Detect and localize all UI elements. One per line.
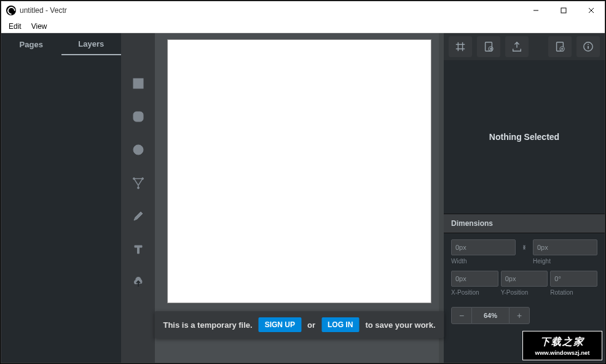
width-label: Width xyxy=(451,258,516,265)
svg-point-9 xyxy=(137,187,139,189)
pencil-tool[interactable] xyxy=(131,209,146,223)
minimize-button[interactable] xyxy=(522,1,549,20)
left-panel: Pages Layers xyxy=(1,33,121,363)
canvas[interactable] xyxy=(167,39,431,303)
menu-view[interactable]: View xyxy=(26,21,52,32)
watermark-title: 下载之家 xyxy=(540,336,584,349)
watermark: 下载之家 www.windowszj.net xyxy=(522,331,602,360)
height-input[interactable] xyxy=(533,239,597,255)
text-tool[interactable] xyxy=(131,242,146,257)
titlebar: untitled - Vectr xyxy=(1,1,605,20)
svg-rect-4 xyxy=(133,79,143,88)
app-icon xyxy=(6,6,16,15)
svg-rect-1 xyxy=(561,8,566,13)
export-icon[interactable] xyxy=(505,36,529,57)
zoom-in-button[interactable]: + xyxy=(509,307,530,324)
watermark-url: www.windowszj.net xyxy=(535,349,590,356)
notice-or-text: or xyxy=(307,320,315,330)
pen-tool[interactable] xyxy=(131,176,146,190)
notice-pre-text: This is a temporary file. xyxy=(163,320,252,330)
right-panel: Nothing Selected Dimensions Width Height… xyxy=(444,33,605,363)
upload-tool[interactable] xyxy=(131,275,146,290)
rotation-label: Rotation xyxy=(550,289,597,296)
svg-point-6 xyxy=(133,145,143,155)
menu-edit[interactable]: Edit xyxy=(4,21,26,32)
new-page-icon[interactable] xyxy=(548,36,572,57)
svg-rect-5 xyxy=(133,112,143,122)
grid-icon[interactable] xyxy=(449,36,472,57)
zoom-out-button[interactable]: − xyxy=(451,307,472,324)
info-icon[interactable] xyxy=(576,36,600,57)
selection-status: Nothing Selected xyxy=(444,60,605,214)
svg-point-7 xyxy=(133,178,135,180)
y-position-label: Y-Position xyxy=(501,289,548,296)
x-position-label: X-Position xyxy=(451,289,498,296)
menubar: Edit View xyxy=(1,20,605,33)
tab-pages[interactable]: Pages xyxy=(1,33,61,55)
x-position-input[interactable] xyxy=(451,271,498,287)
ellipse-tool[interactable] xyxy=(131,142,146,157)
rounded-rectangle-tool[interactable] xyxy=(131,109,146,124)
page-settings-icon[interactable] xyxy=(477,36,500,57)
link-dimensions-icon[interactable] xyxy=(518,239,530,255)
height-label: Height xyxy=(533,258,597,265)
temp-file-notice: This is a temporary file. SIGN UP or LOG… xyxy=(154,311,444,338)
dimensions-header: Dimensions xyxy=(444,214,605,233)
notice-post-text: to save your work. xyxy=(365,320,435,330)
login-button[interactable]: LOG IN xyxy=(321,317,359,332)
shape-toolbar xyxy=(121,33,155,363)
svg-point-8 xyxy=(141,178,143,180)
maximize-button[interactable] xyxy=(549,1,577,20)
close-button[interactable] xyxy=(577,1,605,20)
signup-button[interactable]: SIGN UP xyxy=(259,317,301,332)
svg-point-20 xyxy=(588,44,589,45)
tab-layers[interactable]: Layers xyxy=(61,33,122,55)
zoom-value: 64% xyxy=(472,307,509,324)
canvas-area: This is a temporary file. SIGN UP or LOG… xyxy=(155,33,444,363)
window-title: untitled - Vectr xyxy=(20,6,67,15)
rotation-input[interactable] xyxy=(550,271,597,287)
rectangle-tool[interactable] xyxy=(131,76,146,91)
width-input[interactable] xyxy=(451,239,516,255)
y-position-input[interactable] xyxy=(501,271,548,287)
